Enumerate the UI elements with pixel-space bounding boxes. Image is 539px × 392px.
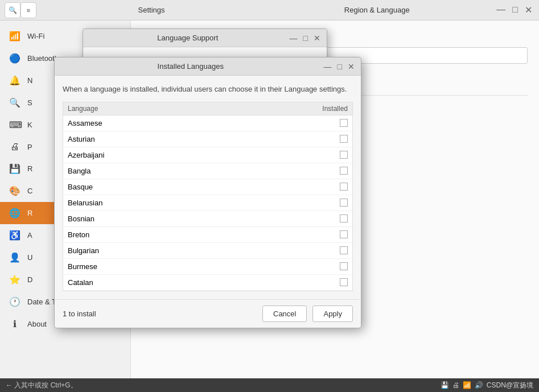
lang-name: Basque <box>68 183 93 191</box>
lang-list-item[interactable]: Catalan <box>63 275 352 291</box>
sidebar-label-printers: P <box>27 143 32 151</box>
install-count: 1 to install <box>63 310 96 318</box>
lang-checkbox[interactable] <box>340 167 348 175</box>
main-title: Settings <box>39 6 264 14</box>
lang-name: Azerbaijani <box>68 151 104 159</box>
lang-list-item[interactable]: Basque <box>63 179 352 195</box>
footer-buttons: Cancel Apply <box>262 306 353 322</box>
maximize-button[interactable]: □ <box>510 5 520 15</box>
main-window: 🔍 ≡ Settings Region & Language — □ ✕ 📶 W… <box>0 0 539 392</box>
lang-name: Bosnian <box>68 214 94 223</box>
minimize-button[interactable]: — <box>494 5 508 15</box>
lang-list-item[interactable]: Chinese (simplified)✓ <box>63 291 352 291</box>
installed-langs-body: When a language is installed, individual… <box>55 76 361 299</box>
lang-list-item[interactable]: Assamese <box>63 115 352 131</box>
users-icon: 👤 <box>9 252 20 263</box>
bottom-text: ← 入其中或按 Ctrl+G。 <box>6 381 77 390</box>
bottom-bar: ← 入其中或按 Ctrl+G。 💾 🖨 📶 🔊 CSDN@宣扬境 <box>0 378 539 392</box>
ls-close-button[interactable]: ✕ <box>312 34 322 43</box>
header-language: Language <box>68 105 98 113</box>
color-icon: 🎨 <box>9 185 20 196</box>
titlebar-main: 🔍 ≡ Settings Region & Language — □ ✕ <box>0 0 539 20</box>
lang-checkbox[interactable] <box>340 278 348 286</box>
lang-list-item[interactable]: Breton <box>63 227 352 243</box>
sidebar-label-keyboard: K <box>27 121 32 129</box>
ls-minimize-button[interactable]: — <box>288 34 299 43</box>
installed-langs-titlebar: Installed Languages — □ ✕ <box>55 57 361 76</box>
lang-checkbox[interactable] <box>340 183 348 191</box>
lang-checkbox[interactable] <box>340 135 348 143</box>
sidebar-label-region: R <box>27 209 32 217</box>
print-icon: 🖨 <box>452 381 459 389</box>
lang-name: Burmese <box>68 262 97 271</box>
sidebar-label-removable: R <box>27 164 32 173</box>
default-apps-icon: ⭐ <box>9 274 20 285</box>
lang-name: Bangla <box>68 167 90 175</box>
language-support-titlebar: Language Support — □ ✕ <box>83 29 327 47</box>
sidebar-label-users: U <box>27 253 32 262</box>
sidebar-label-wifi: Wi-Fi <box>27 32 44 40</box>
sidebar-label-default-apps: D <box>27 275 32 284</box>
right-title: Region & Language <box>264 6 489 14</box>
lang-checkbox[interactable] <box>340 199 348 207</box>
bottom-icons: 💾 🖨 📶 🔊 CSDN@宣扬境 <box>441 381 533 390</box>
header-installed: Installed <box>322 105 348 113</box>
installed-langs-controls: — □ ✕ <box>322 62 356 71</box>
lang-list-item[interactable]: Belarusian <box>63 195 352 211</box>
sidebar-label-color: C <box>27 187 32 195</box>
lang-list-item[interactable]: Bangla <box>63 163 352 179</box>
sidebar-label-about: About <box>27 320 47 328</box>
removable-icon: 💾 <box>9 163 20 174</box>
language-list: AssameseAsturianAzerbaijaniBanglaBasqueB… <box>63 115 353 291</box>
window-controls: — □ ✕ <box>494 5 534 15</box>
region-icon: 🌐 <box>9 208 20 218</box>
il-close-button[interactable]: ✕ <box>346 62 356 71</box>
datetime-icon: 🕐 <box>9 296 20 307</box>
volume-icon: 🔊 <box>475 381 483 389</box>
lang-name: Catalan <box>68 278 93 287</box>
notifications-icon: 🔔 <box>9 75 20 86</box>
lang-checkbox[interactable] <box>340 119 348 127</box>
installed-langs-desc: When a language is installed, individual… <box>63 84 353 95</box>
brand-label: CSDN@宣扬境 <box>487 381 533 390</box>
lang-checkbox[interactable] <box>340 214 348 222</box>
lang-checkbox[interactable] <box>340 230 348 238</box>
cancel-button[interactable]: Cancel <box>262 306 307 322</box>
keyboard-icon: ⌨ <box>9 119 20 130</box>
lang-name: Bulgarian <box>68 246 99 255</box>
sidebar-label-search: S <box>27 98 32 107</box>
lang-list-item[interactable]: Bosnian <box>63 211 352 227</box>
accessibility-icon: ♿ <box>9 230 20 241</box>
save-icon: 💾 <box>441 381 449 389</box>
sidebar-label-notifications: N <box>27 76 32 85</box>
lang-name: Asturian <box>68 135 95 143</box>
installed-langs-title: Installed Languages <box>59 62 322 71</box>
language-support-title: Language Support <box>88 34 288 42</box>
ls-maximize-button[interactable]: □ <box>302 34 310 43</box>
search-button[interactable]: 🔍 <box>5 2 20 18</box>
lang-checkbox[interactable] <box>340 262 348 270</box>
printers-icon: 🖨 <box>9 142 20 152</box>
search-icon: 🔍 <box>9 97 20 108</box>
lang-checkbox[interactable] <box>340 151 348 159</box>
lang-name: Breton <box>68 230 89 239</box>
lang-list-item[interactable]: Asturian <box>63 131 352 147</box>
lang-list-item[interactable]: Burmese <box>63 259 352 275</box>
network-icon: 📶 <box>463 381 471 389</box>
sidebar-label-accessibility: A <box>27 231 32 240</box>
lang-checkbox[interactable] <box>340 246 348 254</box>
installed-languages-dialog: Installed Languages — □ ✕ When a languag… <box>54 57 361 328</box>
il-minimize-button[interactable]: — <box>322 62 334 71</box>
bluetooth-icon: 🔵 <box>9 53 20 64</box>
il-maximize-button[interactable]: □ <box>336 62 344 71</box>
language-support-controls: — □ ✕ <box>288 34 322 43</box>
menu-button[interactable]: ≡ <box>20 2 36 18</box>
lang-name: Belarusian <box>68 199 102 207</box>
lang-name: Assamese <box>68 119 102 127</box>
lang-list-item[interactable]: Bulgarian <box>63 243 352 259</box>
wifi-icon: 📶 <box>9 31 20 42</box>
apply-button[interactable]: Apply <box>312 306 353 322</box>
installed-langs-footer: 1 to install Cancel Apply <box>55 299 361 328</box>
close-button[interactable]: ✕ <box>522 5 534 15</box>
lang-list-item[interactable]: Azerbaijani <box>63 147 352 163</box>
